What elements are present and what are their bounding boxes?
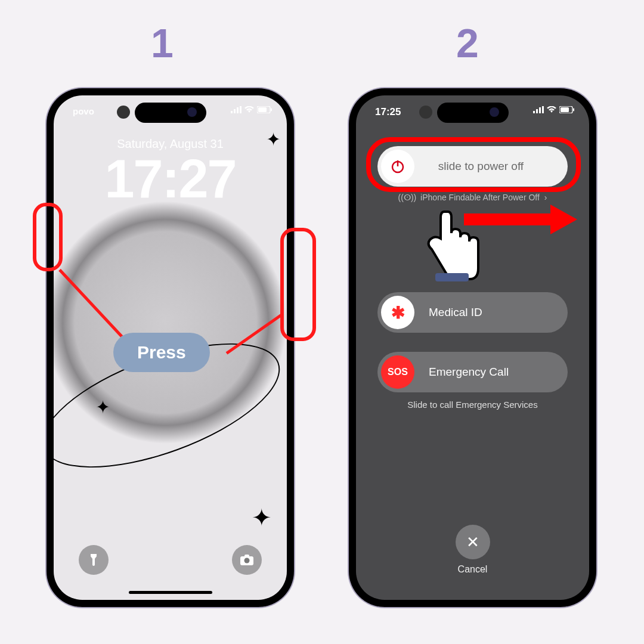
asterisk-icon: ✱ [391,303,405,323]
emergency-hint: Slide to call Emergency Services [356,400,589,410]
camera-button[interactable] [232,545,262,575]
status-icons [533,106,575,113]
annotation-volume-button-box [33,203,63,271]
slide-emergency-call[interactable]: SOS Emergency Call [377,352,568,392]
svg-rect-2 [237,107,239,113]
sparkle-icon: ✦ [252,504,272,531]
emergency-call-label: Emergency Call [418,366,509,379]
svg-rect-16 [573,109,574,112]
battery-icon [257,106,273,113]
svg-rect-21 [435,273,469,281]
svg-rect-10 [533,111,535,113]
close-icon: ✕ [466,533,479,552]
svg-rect-5 [258,107,267,112]
flashlight-button[interactable] [79,545,109,575]
cancel-label: Cancel [356,564,589,575]
chevron-right-icon: › [544,193,547,202]
annotation-highlight-power-slider [366,137,581,192]
dynamic-island [135,103,206,123]
wifi-icon [244,106,255,113]
signal-bars-icon [231,106,242,113]
sparkle-icon: ✦ [266,129,281,150]
annotation-side-button-box [280,228,316,341]
svg-rect-13 [542,106,544,113]
svg-rect-6 [271,109,272,112]
sparkle-icon: ✦ [95,397,110,417]
status-time: 17:25 [375,106,401,118]
dynamic-island [437,103,509,123]
svg-rect-1 [234,109,236,113]
sos-knob[interactable]: SOS [381,355,414,389]
status-icons [231,106,273,113]
slide-medical-id[interactable]: ✱ Medical ID [377,292,568,333]
svg-rect-9 [244,555,249,558]
svg-rect-12 [539,107,541,113]
flashlight-icon [88,553,100,567]
annotation-pointing-hand-icon [417,203,483,289]
svg-point-8 [244,558,250,564]
svg-rect-3 [240,106,242,113]
medical-id-label: Medical ID [418,306,482,319]
wifi-icon [546,106,557,113]
status-carrier: povo [73,106,94,116]
svg-rect-11 [536,109,538,113]
location-broadcast-icon: ((ⵙ)) [398,193,417,202]
home-indicator[interactable] [129,591,212,594]
svg-marker-20 [550,205,577,234]
findable-hint[interactable]: ((ⵙ)) iPhone Findable After Power Off › [356,193,589,202]
annotation-press-label: Press [113,333,210,372]
medical-id-knob[interactable]: ✱ [381,296,414,329]
step-number-2: 2 [456,20,479,66]
sos-icon: SOS [388,367,408,377]
battery-icon [559,106,575,113]
cancel-button[interactable]: ✕ [456,525,490,559]
svg-rect-15 [561,107,569,112]
camera-icon [240,554,254,566]
signal-bars-icon [533,106,544,113]
lock-screen-time: 17:27 [104,152,236,206]
svg-rect-0 [231,111,233,113]
step-number-1: 1 [151,20,174,66]
